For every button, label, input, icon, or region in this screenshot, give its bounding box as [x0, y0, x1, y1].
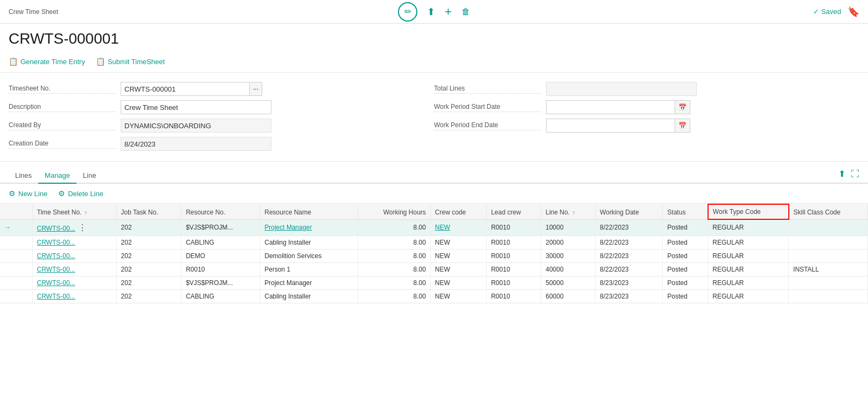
resource-name-link[interactable]: Project Manager — [264, 224, 312, 231]
col-timesheet-no-header[interactable]: Time Sheet No. ↑ — [32, 204, 116, 219]
delete-line-button[interactable]: ⚙ Delete Line — [58, 188, 103, 199]
delete-button[interactable]: 🗑 — [461, 7, 470, 17]
skill-class-code-cell — [789, 249, 868, 262]
table-row: CRWTS-00... 202 CABLING Cabling Installe… — [0, 235, 868, 249]
lines-table: Time Sheet No. ↑ Job Task No. Resource N… — [0, 204, 868, 303]
row-arrow-cell — [0, 235, 32, 249]
new-line-button[interactable]: ⚙ New Line — [9, 188, 47, 199]
table-body: → CRWTS-00... ⋮ 202 $VJS$PROJM... Projec… — [0, 219, 868, 303]
page-id: CRWTS-000001 — [9, 30, 859, 47]
col-working-date-header[interactable]: Working Date — [596, 204, 663, 219]
col-resource-name-header[interactable]: Resource Name — [260, 204, 358, 219]
timesheet-no-ellipsis-button[interactable]: ··· — [250, 82, 262, 96]
bookmark-icon[interactable]: 🔖 — [848, 6, 859, 18]
top-bar-right: ✓ Saved 🔖 — [813, 6, 859, 18]
resource-no-cell: $VJS$PROJM... — [181, 219, 260, 235]
field-total-lines: Total Lines — [434, 80, 859, 98]
generate-icon: 📋 — [9, 57, 18, 66]
crew-code-link[interactable]: NEW — [435, 224, 450, 231]
skill-class-code-cell — [789, 276, 868, 289]
resource-no-cell: CABLING — [181, 289, 260, 303]
table-row: CRWTS-00... 202 $VJS$PROJM... Project Ma… — [0, 276, 868, 289]
lines-expand-button[interactable]: ⛶ — [851, 169, 859, 179]
row-context-menu-button[interactable]: ⋮ — [77, 223, 88, 233]
resource-name-cell: Person 1 — [260, 262, 358, 276]
col-line-no-header[interactable]: Line No. ↑ — [541, 204, 596, 219]
new-line-label: New Line — [18, 190, 47, 198]
tab-manage[interactable]: Manage — [38, 168, 76, 184]
crew-code-cell: NEW — [430, 276, 486, 289]
working-hours-cell: 8.00 — [358, 276, 431, 289]
col-work-type-code-header[interactable]: Work Type Code — [708, 204, 789, 219]
work-period-end-input[interactable] — [546, 119, 675, 133]
top-bar-actions: ✏ ⬆ + 🗑 — [398, 2, 470, 22]
timesheet-no-link[interactable]: CRWTS-00... — [37, 266, 75, 273]
new-line-icon: ⚙ — [9, 189, 16, 198]
generate-time-entry-button[interactable]: 📋 Generate Time Entry — [9, 56, 85, 67]
created-by-input — [121, 119, 271, 133]
lead-crew-cell: R0010 — [486, 219, 541, 235]
status-cell: Posted — [663, 249, 708, 262]
work-type-code-cell: REGULAR — [708, 276, 789, 289]
work-period-end-input-group: 📅 — [546, 119, 690, 133]
timesheet-no-cell: CRWTS-00... — [32, 276, 116, 289]
submit-timesheet-button[interactable]: 📋 Submit TimeSheet — [96, 56, 165, 67]
jobtask-no-cell: 202 — [116, 235, 181, 249]
add-button[interactable]: + — [445, 5, 452, 19]
submit-icon: 📋 — [96, 57, 105, 66]
timesheet-no-link[interactable]: CRWTS-00... — [37, 239, 75, 246]
app-title: Crew Time Sheet — [9, 8, 58, 16]
row-arrow-cell — [0, 276, 32, 289]
jobtask-no-cell: 202 — [116, 276, 181, 289]
work-period-start-input-group: 📅 — [546, 100, 690, 114]
status-cell: Posted — [663, 262, 708, 276]
status-cell: Posted — [663, 289, 708, 303]
generate-time-entry-label: Generate Time Entry — [20, 58, 85, 66]
col-status-header[interactable]: Status — [663, 204, 708, 219]
delete-icon: 🗑 — [461, 7, 470, 17]
working-hours-cell: 8.00 — [358, 219, 431, 235]
timesheet-no-link[interactable]: CRWTS-00... — [37, 252, 75, 260]
col-working-hours-header[interactable]: Working Hours — [358, 204, 431, 219]
timesheet-no-link[interactable]: CRWTS-00... — [37, 279, 75, 287]
field-work-period-end: Work Period End Date 📅 — [434, 117, 859, 134]
edit-button[interactable]: ✏ — [398, 2, 417, 22]
lines-share-button[interactable]: ⬆ — [838, 169, 845, 179]
col-lead-crew-header[interactable]: Lead crew — [486, 204, 541, 219]
crew-code-cell: NEW — [430, 249, 486, 262]
add-icon: + — [445, 5, 452, 19]
timesheet-no-input[interactable] — [121, 82, 250, 96]
timesheet-no-cell: CRWTS-00... ⋮ — [32, 219, 116, 235]
work-type-code-cell: REGULAR — [708, 219, 789, 235]
timesheet-no-cell: CRWTS-00... — [32, 249, 116, 262]
col-resource-no-header[interactable]: Resource No. — [181, 204, 260, 219]
check-icon: ✓ — [813, 8, 819, 16]
line-no-cell: 30000 — [541, 249, 596, 262]
submit-timesheet-label: Submit TimeSheet — [108, 58, 165, 66]
timesheet-no-link[interactable]: CRWTS-00... — [37, 293, 75, 300]
status-cell: Posted — [663, 219, 708, 235]
delete-line-label: Delete Line — [68, 190, 103, 198]
row-arrow-cell: → — [0, 219, 32, 235]
edit-icon: ✏ — [404, 6, 411, 17]
col-crew-code-header[interactable]: Crew code — [430, 204, 486, 219]
col-skill-class-code-header[interactable]: Skill Class Code — [789, 204, 868, 219]
status-cell: Posted — [663, 235, 708, 249]
work-period-start-calendar-button[interactable]: 📅 — [675, 100, 690, 114]
resource-name-cell: Project Manager — [260, 219, 358, 235]
tab-line[interactable]: Line — [76, 168, 103, 184]
timesheet-no-link[interactable]: CRWTS-00... — [37, 225, 75, 232]
skill-class-code-cell — [789, 219, 868, 235]
work-period-end-calendar-button[interactable]: 📅 — [675, 119, 690, 133]
table-container: Time Sheet No. ↑ Job Task No. Resource N… — [0, 204, 868, 303]
work-period-start-input[interactable] — [546, 100, 675, 114]
resource-name-cell: Cabling Installer — [260, 289, 358, 303]
description-input[interactable] — [121, 100, 271, 114]
field-created-by: Created By — [9, 117, 434, 134]
top-bar: Crew Time Sheet ✏ ⬆ + 🗑 ✓ Saved 🔖 — [0, 0, 868, 24]
tab-lines[interactable]: Lines — [9, 168, 38, 184]
saved-status: ✓ Saved — [813, 8, 841, 16]
table-header-row: Time Sheet No. ↑ Job Task No. Resource N… — [0, 204, 868, 219]
share-button[interactable]: ⬆ — [427, 6, 435, 18]
col-jobtask-no-header[interactable]: Job Task No. — [116, 204, 181, 219]
